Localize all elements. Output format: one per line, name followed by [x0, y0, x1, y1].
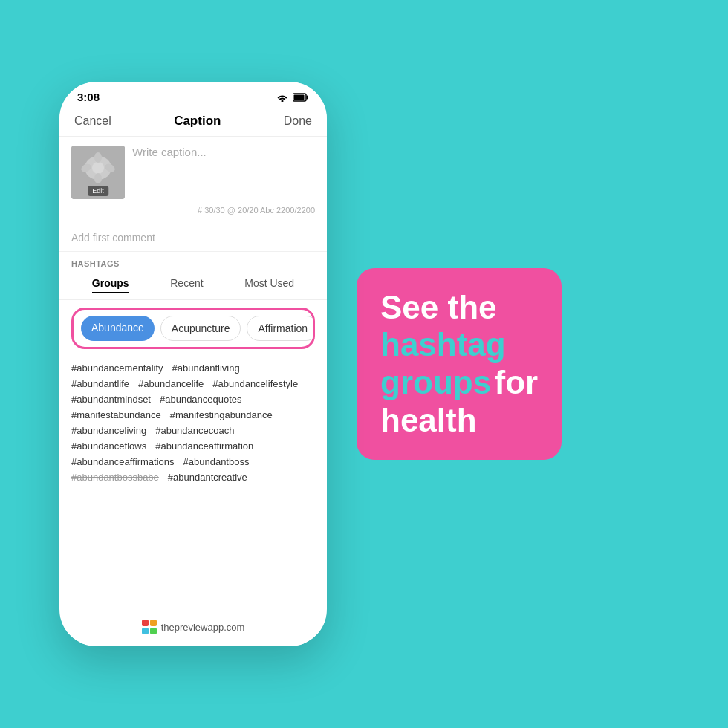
- edit-badge: Edit: [88, 186, 108, 196]
- brand-logo: [142, 620, 157, 634]
- hashtag-item: #abundantcreative: [168, 472, 247, 483]
- hashtag-list: #abundancementality #abundantliving #abu…: [59, 357, 327, 614]
- caption-thumbnail[interactable]: Edit: [71, 146, 125, 199]
- tab-recent[interactable]: Recent: [170, 274, 203, 293]
- phone-footer: thepreviewapp.com: [59, 614, 327, 646]
- cancel-button[interactable]: Cancel: [74, 114, 111, 128]
- right-content: See the hashtag groups for health: [357, 268, 683, 460]
- hashtag-item: #abundancementality: [71, 363, 163, 374]
- status-time: 3:08: [77, 91, 100, 103]
- svg-rect-12: [142, 628, 149, 634]
- hashtag-row: #abundantbossbabe #abundantcreative: [71, 472, 315, 483]
- hashtag-item: #abundanceaffirmation: [155, 441, 253, 452]
- tag-groups-wrapper: Abundance Acupuncture Affirmation Ankle: [65, 300, 321, 357]
- tag-groups-highlight: Abundance Acupuncture Affirmation Ankle: [71, 308, 315, 349]
- tab-most-used[interactable]: Most Used: [244, 274, 294, 293]
- hashtag-item: #abundancequotes: [160, 394, 242, 405]
- svg-rect-11: [150, 620, 157, 626]
- brand-text: thepreviewapp.com: [161, 622, 245, 633]
- hashtags-label: HASHTAGS: [59, 252, 327, 271]
- battery-icon: [293, 93, 309, 102]
- nav-bar: Cancel Caption Done: [59, 108, 327, 137]
- hashtag-item: #abundantboss: [183, 456, 250, 467]
- hashtag-row: #abundanceaffirmations #abundantboss: [71, 456, 315, 467]
- hashtag-item: #abundancecoach: [155, 425, 234, 436]
- status-icons: [276, 93, 309, 102]
- page-container: 3:08 Can: [0, 0, 728, 728]
- hashtag-item: #abundantliving: [172, 363, 240, 374]
- hashtag-item: #abundantlife: [71, 378, 129, 389]
- caption-placeholder: Write caption...: [132, 146, 315, 158]
- hashtag-row: #manifestabundance #manifestingabundance: [71, 409, 315, 420]
- hashtag-row: #abundanceliving #abundancecoach: [71, 425, 315, 436]
- svg-point-5: [92, 162, 104, 174]
- tag-chip-affirmation[interactable]: Affirmation: [247, 316, 315, 341]
- hashtag-item: #manifestingabundance: [170, 409, 273, 420]
- tag-chip-abundance[interactable]: Abundance: [81, 316, 155, 341]
- caption-input-area[interactable]: Write caption... # 30/30 @ 20/20 Abc 220…: [132, 146, 315, 215]
- first-comment[interactable]: Add first comment: [59, 224, 327, 252]
- promo-line2: hashtag: [380, 326, 538, 364]
- hashtag-row: #abundantmindset #abundancequotes: [71, 394, 315, 405]
- done-button[interactable]: Done: [284, 114, 312, 128]
- hashtags-tabs: Groups Recent Most Used: [59, 271, 327, 300]
- hashtag-item: #abundantbossbabe: [71, 472, 159, 483]
- hashtag-item: #abundanceaffirmations: [71, 456, 175, 467]
- hashtag-row: #abundantlife #abundancelife #abundancel…: [71, 378, 315, 389]
- hashtag-row: #abundanceflows #abundanceaffirmation: [71, 441, 315, 452]
- hashtags-section: HASHTAGS Groups Recent Most Used: [59, 252, 327, 300]
- hashtag-item: #abundancelife: [138, 378, 204, 389]
- hashtag-item: #abundanceliving: [71, 425, 146, 436]
- nav-title: Caption: [174, 114, 221, 129]
- phone-mockup: 3:08 Can: [59, 82, 327, 646]
- promo-box: See the hashtag groups for health: [357, 268, 562, 460]
- wifi-icon: [276, 93, 288, 102]
- caption-area: Edit Write caption... # 30/30 @ 20/20 Ab…: [59, 137, 327, 224]
- svg-point-8: [94, 152, 102, 163]
- promo-line1: See the: [380, 289, 538, 327]
- promo-line4: health: [380, 402, 538, 440]
- tab-groups[interactable]: Groups: [92, 274, 129, 293]
- hashtag-row: #abundancementality #abundantliving: [71, 363, 315, 374]
- caption-counters: # 30/30 @ 20/20 Abc 2200/2200: [132, 206, 315, 215]
- svg-rect-13: [150, 628, 157, 634]
- svg-rect-2: [294, 94, 305, 100]
- svg-rect-10: [142, 620, 149, 626]
- hashtag-item: #abundancelifestyle: [212, 378, 298, 389]
- hashtag-item: #abundanceflows: [71, 441, 146, 452]
- svg-rect-1: [307, 95, 308, 99]
- hashtag-item: #abundantmindset: [71, 394, 151, 405]
- svg-point-9: [94, 173, 102, 183]
- status-bar: 3:08: [59, 82, 327, 108]
- hashtag-item: #manifestabundance: [71, 409, 161, 420]
- tag-chip-acupuncture[interactable]: Acupuncture: [160, 316, 241, 341]
- promo-line3: groups for: [380, 364, 538, 402]
